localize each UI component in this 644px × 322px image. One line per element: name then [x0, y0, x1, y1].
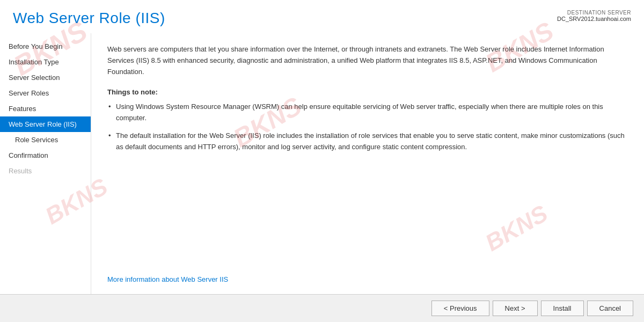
sidebar-item-role-services[interactable]: Role Services: [0, 132, 91, 148]
main-container: BKNS BKNS BKNS BKNS BKNS Web Server Role…: [0, 0, 644, 322]
footer: < Previous Next > Install Cancel: [0, 294, 644, 322]
bullet-list: Using Windows System Resource Manager (W…: [107, 101, 628, 152]
bullet-item-1: Using Windows System Resource Manager (W…: [107, 101, 628, 124]
install-button[interactable]: Install: [541, 301, 584, 316]
things-to-note-label: Things to note:: [107, 88, 628, 96]
bullet-item-2: The default installation for the Web Ser…: [107, 130, 628, 153]
sidebar-item-features[interactable]: Features: [0, 101, 91, 116]
content-area: Before You Begin Installation Type Serve…: [0, 33, 644, 294]
intro-text: Web servers are computers that let you s…: [107, 44, 628, 77]
more-info-link[interactable]: More information about Web Server IIS: [107, 275, 228, 283]
previous-button[interactable]: < Previous: [431, 301, 489, 316]
page-title: Web Server Role (IIS): [13, 10, 165, 27]
sidebar-item-before-you-begin[interactable]: Before You Begin: [0, 39, 91, 54]
main-content: Web servers are computers that let you s…: [91, 33, 644, 294]
sidebar-item-web-server-role[interactable]: Web Server Role (IIS): [0, 116, 91, 132]
sidebar-item-installation-type[interactable]: Installation Type: [0, 54, 91, 70]
cancel-button[interactable]: Cancel: [587, 301, 633, 316]
sidebar-item-results: Results: [0, 163, 91, 179]
sidebar-item-confirmation[interactable]: Confirmation: [0, 148, 91, 163]
next-button[interactable]: Next >: [493, 301, 538, 316]
sidebar: Before You Begin Installation Type Serve…: [0, 33, 91, 294]
header: Web Server Role (IIS) DESTINATION SERVER…: [0, 0, 644, 33]
sidebar-item-server-selection[interactable]: Server Selection: [0, 70, 91, 85]
destination-server-info: DESTINATION SERVER DC_SRV2012.tuanhoai.c…: [557, 10, 631, 22]
destination-label: DESTINATION SERVER: [557, 10, 631, 16]
destination-server-name: DC_SRV2012.tuanhoai.com: [557, 16, 631, 22]
sidebar-item-server-roles[interactable]: Server Roles: [0, 85, 91, 101]
